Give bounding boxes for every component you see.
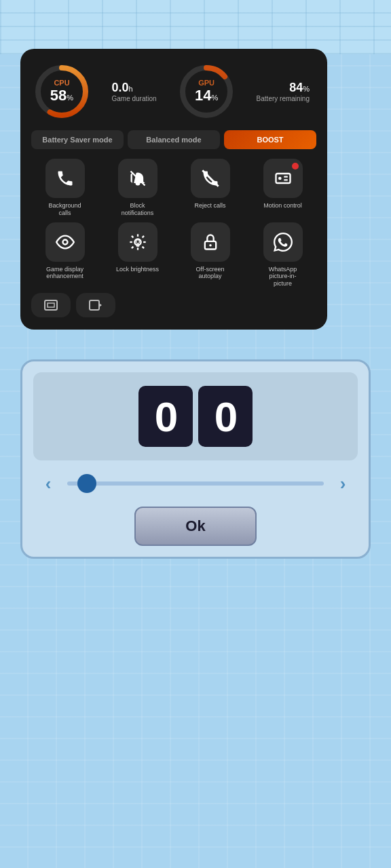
block-notifications-label: Block notifications: [116, 202, 160, 217]
lock-screen-icon: [201, 233, 220, 252]
game-duration-label: Game duration: [111, 95, 156, 102]
lock-brightness-item[interactable]: Lock brightness: [104, 222, 171, 288]
extra-icon-box-2: [76, 293, 115, 317]
motion-control-item[interactable]: Motion control: [249, 159, 316, 217]
game-duration: 0.0h Game duration: [111, 81, 156, 102]
gpu-percent: %: [211, 94, 218, 102]
background-calls-item[interactable]: Background calls: [31, 159, 98, 217]
timer-dialog: 0 0 ‹ › Ok: [20, 359, 371, 559]
whatsapp-icon: [274, 233, 293, 252]
battery-stat: 84% Battery remaining: [257, 81, 310, 102]
svg-rect-23: [45, 300, 57, 310]
cpu-gauge: CPU 58%: [31, 61, 92, 122]
extra-icon-1[interactable]: [31, 293, 71, 317]
slider-thumb[interactable]: [77, 474, 96, 493]
extra-icon-box-1: [31, 293, 71, 317]
timer-display: 0 0: [33, 372, 358, 460]
block-notifications-item[interactable]: Block notifications: [104, 159, 171, 217]
whatsapp-pip-icon-box: [263, 222, 303, 262]
svg-rect-9: [284, 179, 288, 180]
slider-left-arrow[interactable]: ‹: [36, 471, 60, 496]
brightness-icon: [128, 233, 147, 252]
game-duration-unit: h: [129, 85, 133, 93]
motion-control-label: Motion control: [263, 202, 302, 210]
svg-line-14: [131, 236, 132, 237]
phone-icon: [56, 169, 75, 188]
battery-saver-button[interactable]: Battery Saver mode: [31, 130, 124, 149]
screen-record-icon: [88, 297, 104, 313]
stats-row: CPU 58% 0.0h Game duration: [31, 61, 316, 122]
reject-calls-item[interactable]: Reject calls: [176, 159, 244, 217]
center-stats: 0.0h Game duration: [105, 81, 163, 102]
screenshot-icon: [43, 297, 59, 313]
svg-rect-24: [48, 303, 54, 307]
svg-rect-25: [90, 300, 99, 310]
whatsapp-pip-label: WhatsApp picture-in-picture: [261, 266, 305, 288]
motion-control-dot: [292, 163, 299, 170]
svg-point-10: [62, 239, 67, 244]
game-display-item[interactable]: Game display enhancement: [31, 222, 98, 288]
svg-line-15: [142, 246, 143, 248]
game-display-icon-box: [45, 222, 85, 262]
mode-row: Battery Saver mode Balanced mode BOOST: [31, 130, 316, 149]
game-panel: CPU 58% 0.0h Game duration: [20, 49, 327, 330]
gpu-label: GPU: [195, 79, 218, 87]
battery-stats: 84% Battery remaining: [250, 81, 316, 102]
icon-grid: Background calls Block notifications Rej…: [31, 159, 316, 288]
cpu-label: CPU: [50, 79, 73, 87]
lock-brightness-icon-box: [118, 222, 157, 262]
gpu-value: 14: [195, 87, 211, 104]
reject-calls-icon-box: [191, 159, 230, 198]
game-display-label: Game display enhancement: [43, 266, 87, 281]
cpu-value: 58: [50, 87, 67, 104]
battery-percent: %: [303, 85, 310, 93]
off-screen-autoplay-label: Off-screen autoplay: [189, 266, 232, 281]
svg-line-19: [142, 236, 143, 237]
motion-control-icon-box: [263, 159, 303, 198]
cpu-percent: %: [67, 94, 73, 102]
svg-rect-8: [284, 176, 288, 178]
off-screen-autoplay-icon-box: [191, 222, 230, 262]
gpu-gauge: GPU 14%: [176, 61, 237, 122]
svg-rect-20: [136, 243, 139, 247]
block-notifications-icon-box: [118, 159, 157, 198]
background-calls-label: Background calls: [43, 202, 87, 217]
ok-button[interactable]: Ok: [134, 507, 257, 546]
timer-digit-0: 0: [138, 386, 193, 447]
slider-right-arrow[interactable]: ›: [331, 471, 355, 496]
svg-point-7: [278, 177, 282, 180]
game-duration-value: 0.0: [111, 81, 128, 94]
slider-track[interactable]: [67, 481, 324, 486]
slider-row: ‹ ›: [33, 471, 358, 496]
lock-brightness-label: Lock brightness: [116, 266, 159, 273]
boost-button[interactable]: BOOST: [224, 130, 316, 149]
reject-calls-label: Reject calls: [194, 202, 225, 210]
extra-icon-2[interactable]: [76, 293, 115, 317]
off-screen-autoplay-item[interactable]: Off-screen autoplay: [176, 222, 244, 288]
battery-label: Battery remaining: [257, 95, 310, 102]
background-calls-icon-box: [45, 159, 85, 198]
icon-grid-row3: [31, 293, 316, 317]
motion-control-icon: [274, 169, 293, 188]
eye-icon: [56, 233, 75, 252]
svg-point-22: [209, 244, 212, 247]
block-notification-icon: [128, 169, 147, 188]
svg-marker-26: [99, 303, 102, 307]
svg-line-18: [131, 246, 132, 248]
battery-value: 84: [289, 81, 303, 94]
svg-rect-6: [276, 174, 290, 183]
whatsapp-pip-item[interactable]: WhatsApp picture-in-picture: [249, 222, 316, 288]
reject-call-icon: [201, 169, 220, 188]
timer-digit-1: 0: [198, 386, 253, 447]
balanced-mode-button[interactable]: Balanced mode: [128, 130, 220, 149]
brick-background: [0, 0, 391, 54]
